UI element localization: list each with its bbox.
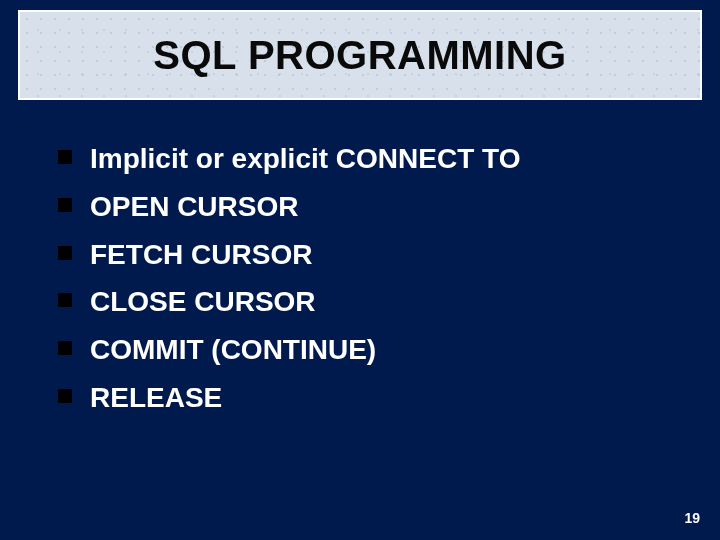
list-item: CLOSE CURSOR (58, 283, 680, 321)
title-bar: SQL PROGRAMMING (18, 10, 702, 100)
list-item: FETCH CURSOR (58, 236, 680, 274)
bullet-text: COMMIT (CONTINUE) (90, 331, 376, 369)
bullet-text: OPEN CURSOR (90, 188, 298, 226)
slide-title: SQL PROGRAMMING (153, 33, 566, 78)
slide-content: Implicit or explicit CONNECT TO OPEN CUR… (58, 140, 680, 427)
bullet-text: Implicit or explicit CONNECT TO (90, 140, 520, 178)
list-item: Implicit or explicit CONNECT TO (58, 140, 680, 178)
bullet-icon (58, 389, 72, 403)
bullet-icon (58, 150, 72, 164)
bullet-icon (58, 198, 72, 212)
bullet-icon (58, 246, 72, 260)
bullet-icon (58, 293, 72, 307)
bullet-text: CLOSE CURSOR (90, 283, 316, 321)
list-item: OPEN CURSOR (58, 188, 680, 226)
page-number: 19 (684, 510, 700, 526)
slide: SQL PROGRAMMING Implicit or explicit CON… (0, 0, 720, 540)
bullet-icon (58, 341, 72, 355)
list-item: COMMIT (CONTINUE) (58, 331, 680, 369)
bullet-text: RELEASE (90, 379, 222, 417)
list-item: RELEASE (58, 379, 680, 417)
bullet-text: FETCH CURSOR (90, 236, 312, 274)
